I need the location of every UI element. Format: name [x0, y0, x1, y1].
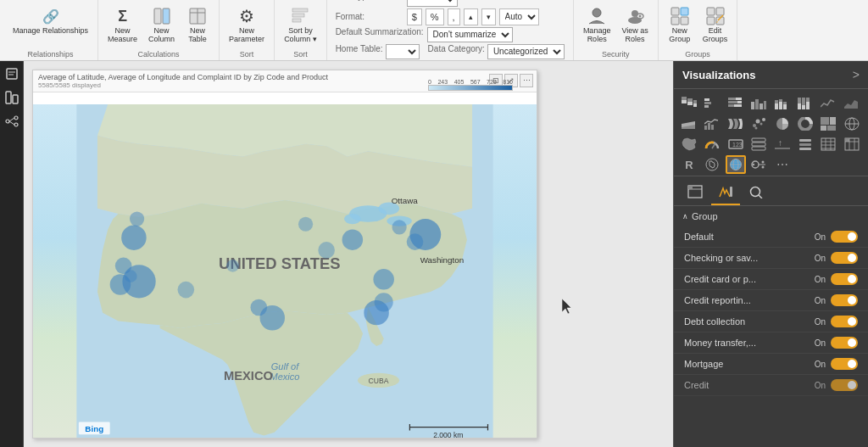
viz-expand-button[interactable]: > [853, 68, 860, 81]
whatif-group-label: Sort [240, 48, 254, 59]
map-more-button[interactable]: ⋯ [520, 74, 533, 87]
gauge-icon[interactable] [702, 135, 722, 154]
table-viz-icon[interactable] [818, 135, 838, 154]
ribbon-group-calculations: Σ NewMeasure NewColumn NewTable Calculat… [98, 0, 220, 60]
toggle-debtcollection-status: On [815, 317, 826, 327]
map-body: Gulf of Mexico Ottawa Washington UNI [33, 104, 537, 438]
python-icon[interactable] [702, 155, 722, 174]
svg-line-30 [9, 118, 14, 121]
new-measure-button[interactable]: Σ NewMeasure [103, 3, 142, 47]
slicer-icon[interactable] [795, 135, 815, 154]
filled-map-icon[interactable] [679, 135, 699, 154]
auto-format-select[interactable]: Auto [499, 8, 539, 25]
key-influencers-icon[interactable] [748, 155, 769, 174]
r-visual-icon[interactable]: R [679, 155, 699, 174]
toggle-credit-status: On [815, 381, 826, 390]
sidebar-model-icon[interactable] [3, 112, 21, 131]
svg-rect-100 [806, 98, 810, 102]
new-group-button[interactable]: NewGroup [664, 3, 696, 47]
toggle-credit-switch[interactable] [831, 379, 858, 391]
comma-button[interactable]: , [448, 8, 460, 25]
data-type-select[interactable] [407, 0, 458, 7]
view-as-roles-button[interactable]: View asRoles [617, 3, 652, 47]
toggle-creditreporting-switch[interactable] [831, 294, 858, 306]
stacked-bar-100-icon[interactable] [726, 94, 746, 113]
stacked-bar-icon[interactable] [679, 94, 699, 113]
svg-point-56 [364, 300, 388, 325]
home-table-select[interactable] [386, 44, 420, 59]
security-group-label: Security [602, 48, 630, 59]
r-letter: R [685, 159, 693, 171]
stacked-column-icon[interactable] [772, 94, 793, 113]
new-group-label: NewGroup [669, 27, 690, 44]
new-column-button[interactable]: NewColumn [144, 3, 179, 47]
globe-map-selected-icon[interactable] [726, 155, 746, 174]
increase-decimal-button[interactable]: ▴ [464, 8, 478, 25]
ellipsis-symbol: ⋯ [776, 158, 788, 171]
map-icon[interactable] [842, 115, 862, 133]
svg-point-152 [762, 161, 765, 164]
clustered-column-icon[interactable] [748, 94, 769, 113]
summarization-select[interactable]: Don't summarize [427, 27, 513, 42]
toggle-default-switch[interactable] [831, 231, 858, 243]
toggle-default-label: Default [684, 232, 714, 242]
sidebar-report-icon[interactable] [3, 64, 21, 83]
toggle-mortgage-switch[interactable] [831, 358, 858, 370]
ribbon-chart-icon[interactable] [726, 115, 746, 133]
card-icon[interactable]: 123 [726, 135, 746, 154]
summarization-row: Default Summarization: Don't summarize [336, 27, 565, 42]
svg-rect-0 [154, 8, 161, 24]
fields-tab[interactable] [681, 182, 709, 205]
view-as-roles-icon [625, 6, 645, 26]
manage-relationships-button[interactable]: 🔗 Manage Relationships [8, 3, 92, 38]
matrix-icon[interactable] [842, 135, 862, 154]
svg-rect-74 [693, 103, 697, 107]
svg-text:CUBA: CUBA [369, 377, 389, 385]
group-header[interactable]: ∧ Group [674, 206, 868, 226]
data-category-select[interactable]: Uncategorized [487, 44, 565, 59]
format-label: Format: [336, 12, 403, 21]
sort-by-column-button[interactable]: Sort byColumn ▾ [280, 3, 321, 47]
sidebar-data-icon[interactable] [3, 88, 21, 107]
toggle-creditcard-switch[interactable] [831, 273, 858, 285]
line-clustered-icon[interactable] [702, 115, 722, 133]
new-parameter-button[interactable]: ⚙ NewParameter [225, 3, 269, 47]
toggle-debtcollection-switch[interactable] [831, 316, 858, 327]
toggle-checking-label: Checking or sav... [684, 253, 758, 263]
analytics-tab[interactable] [742, 182, 771, 205]
data-category-label: Data Category: [428, 44, 485, 59]
manage-roles-label: ManageRoles [583, 27, 611, 44]
clustered-bar-icon[interactable] [702, 94, 722, 113]
stacked-area-icon[interactable] [679, 115, 699, 133]
edit-groups-button[interactable]: EditGroups [698, 3, 732, 47]
multirow-card-icon[interactable] [748, 135, 769, 154]
donut-icon[interactable] [795, 115, 815, 133]
format-tab[interactable] [711, 182, 740, 205]
scatter-icon[interactable] [748, 115, 769, 133]
toggle-moneytransfer-right: On [815, 337, 858, 349]
svg-point-57 [318, 242, 335, 259]
ribbon: 🔗 Manage Relationships Relationships Σ N… [0, 0, 868, 61]
toggle-moneytransfer-switch[interactable] [831, 337, 858, 349]
toggle-checking-switch[interactable] [831, 252, 858, 264]
kpi-icon[interactable]: ↑ [772, 135, 793, 154]
line-chart-icon[interactable] [818, 94, 838, 113]
more-visuals-icon[interactable]: ⋯ [772, 155, 793, 174]
pie-icon[interactable] [772, 115, 793, 133]
toggle-debtcollection-label: Debt collection [684, 316, 745, 327]
svg-rect-85 [751, 102, 754, 109]
toggle-credit-right: On [815, 379, 858, 391]
svg-rect-19 [707, 17, 715, 25]
svg-point-51 [260, 305, 285, 330]
treemap-icon[interactable] [818, 115, 838, 133]
toggle-mortgage-label: Mortgage [684, 359, 723, 369]
area-chart-icon[interactable] [842, 94, 862, 113]
canvas-area: Average of Latitude, Average of Longitud… [24, 61, 673, 447]
manage-roles-button[interactable]: ManageRoles [579, 3, 615, 47]
new-table-button[interactable]: NewTable [181, 3, 214, 47]
map-visual[interactable]: Average of Latitude, Average of Longitud… [32, 70, 537, 439]
dollar-button[interactable]: $ [407, 8, 422, 25]
stacked-column-100-icon[interactable] [795, 94, 815, 113]
percent-button[interactable]: % [426, 8, 444, 25]
decrease-decimal-button[interactable]: ▾ [481, 8, 496, 25]
